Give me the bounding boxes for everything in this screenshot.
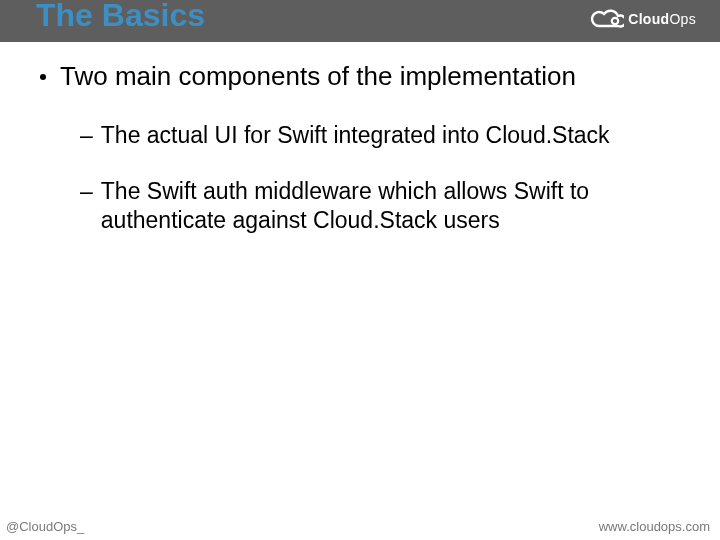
brand-text-bold: Cloud [628,11,669,27]
sub-bullet: – The Swift auth middleware which allows… [80,177,672,236]
bullet-dash-icon: – [80,177,93,206]
bullet-dot-icon [40,74,46,80]
header-bar: The Basics CloudOps [0,0,720,42]
svg-point-0 [612,18,618,24]
cloud-ops-icon [590,8,624,30]
brand-logo: CloudOps [590,8,696,30]
slide-content: Two main components of the implementatio… [40,60,672,262]
footer-handle: @CloudOps_ [6,519,84,534]
main-bullet: Two main components of the implementatio… [40,60,672,93]
slide-title: The Basics [36,0,205,34]
sub-bullet: – The actual UI for Swift integrated int… [80,121,672,150]
footer-url: www.cloudops.com [599,519,710,534]
brand-text-thin: Ops [669,11,696,27]
bullet-dash-icon: – [80,121,93,150]
sub-bullet-text: The Swift auth middleware which allows S… [101,177,672,236]
sub-bullet-text: The actual UI for Swift integrated into … [101,121,610,150]
main-bullet-text: Two main components of the implementatio… [60,60,576,93]
brand-text: CloudOps [628,11,696,27]
